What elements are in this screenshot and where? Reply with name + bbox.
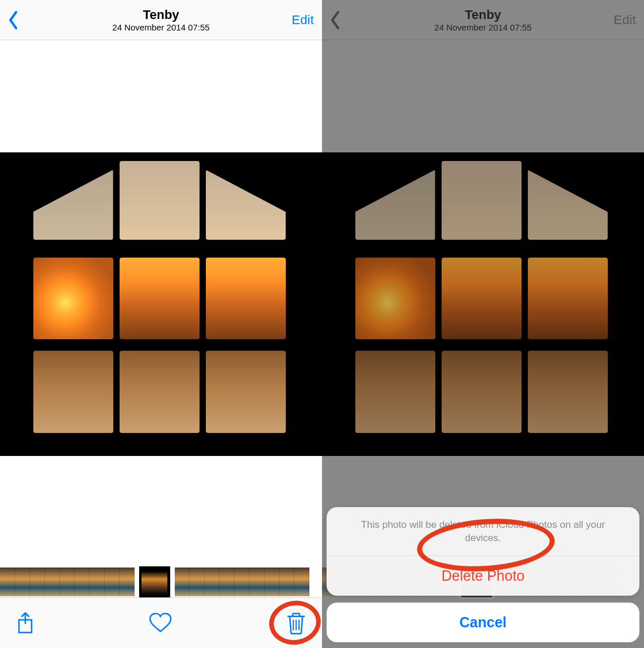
navbar: Tenby 24 November 2014 07:55 Edit (0, 0, 322, 40)
thumbnail[interactable] (120, 568, 135, 596)
thumbnail[interactable] (90, 568, 105, 596)
thumbnail[interactable] (105, 568, 120, 596)
action-sheet-message: This photo will be deleted from iCloud P… (327, 507, 639, 556)
thumbnail[interactable] (250, 568, 264, 596)
cancel-button[interactable]: Cancel (327, 603, 639, 642)
photo-area[interactable] (0, 40, 322, 648)
thumbnail[interactable] (75, 568, 90, 596)
thumbnail[interactable] (264, 568, 279, 596)
delete-button[interactable] (286, 612, 306, 635)
thumbnail[interactable] (0, 568, 15, 596)
nav-subtitle: 24 November 2014 07:55 (322, 22, 644, 32)
thumbnail[interactable] (45, 568, 60, 596)
thumbnail[interactable] (205, 568, 220, 596)
back-button (330, 10, 342, 30)
toolbar (0, 597, 322, 648)
nav-subtitle: 24 November 2014 07:55 (0, 22, 322, 32)
photo[interactable] (0, 152, 322, 456)
thumbnail[interactable] (279, 568, 294, 596)
thumbnail[interactable] (190, 568, 205, 596)
chevron-left-icon (330, 10, 342, 30)
thumbnail[interactable] (235, 568, 250, 596)
share-icon (16, 612, 34, 635)
photo (322, 152, 644, 456)
favorite-button[interactable] (149, 613, 172, 634)
edit-button: Edit (614, 13, 636, 28)
share-button[interactable] (16, 612, 34, 635)
phone-left: Tenby 24 November 2014 07:55 Edit (0, 0, 322, 648)
thumbnail[interactable] (60, 568, 75, 596)
thumbnail-strip[interactable] (0, 568, 322, 596)
heart-icon (149, 613, 172, 634)
nav-title: Tenby (0, 7, 322, 22)
nav-title: Tenby (322, 7, 644, 22)
thumbnail[interactable] (220, 568, 235, 596)
trash-icon (286, 612, 306, 635)
back-button[interactable] (8, 10, 20, 30)
edit-button[interactable]: Edit (292, 13, 314, 28)
thumbnail[interactable] (294, 568, 309, 596)
delete-photo-button[interactable]: Delete Photo (327, 556, 639, 596)
phone-right: Tenby 24 November 2014 07:55 Edit (322, 0, 644, 648)
action-sheet: This photo will be deleted from iCloud P… (327, 507, 639, 642)
thumbnail[interactable] (175, 568, 190, 596)
navbar: Tenby 24 November 2014 07:55 Edit (322, 0, 644, 40)
chevron-left-icon (8, 10, 20, 30)
thumbnail[interactable] (30, 568, 45, 596)
thumbnail-current[interactable] (139, 566, 170, 597)
thumbnail[interactable] (15, 568, 30, 596)
